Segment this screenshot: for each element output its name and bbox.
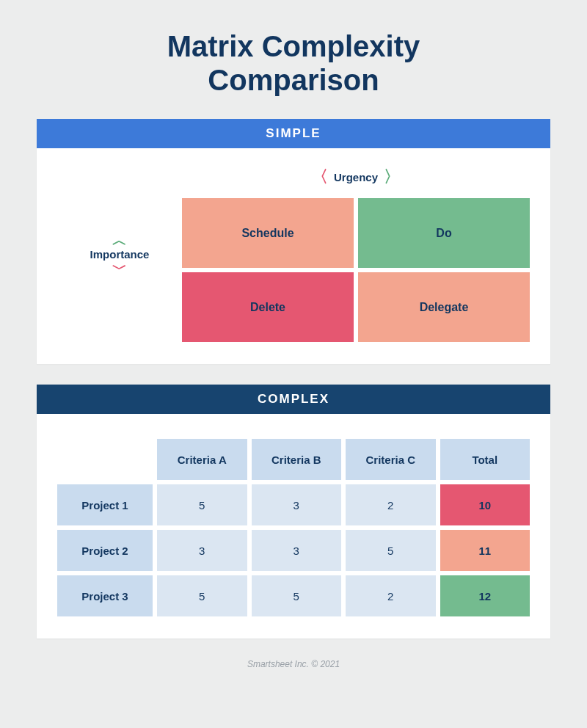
title-line-2: Comparison	[208, 64, 379, 96]
quadrant-delete: Delete	[182, 272, 354, 342]
chevron-down-icon: ﹀	[112, 263, 127, 274]
col-header-a: Criteria A	[157, 439, 247, 480]
complex-header: COMPLEX	[37, 385, 550, 414]
row-header: Project 1	[57, 484, 153, 525]
row-header: Project 3	[57, 575, 153, 616]
data-cell: 3	[252, 484, 342, 525]
chevron-left-icon: 〈	[312, 166, 328, 188]
complex-body: Criteria A Criteria B Criteria C Total P…	[37, 414, 550, 638]
quadrant-schedule: Schedule	[182, 198, 354, 268]
total-cell: 10	[440, 484, 531, 525]
simple-card: SIMPLE ︿ Importance ﹀ 〈 Urgency 〉 Schedu…	[37, 119, 550, 364]
page-title: Matrix Complexity Comparison	[37, 29, 550, 97]
total-cell: 11	[440, 530, 531, 571]
data-cell: 2	[346, 484, 436, 525]
quadrant-grid: Schedule Do Delete Delegate	[182, 198, 530, 342]
simple-header: SIMPLE	[37, 119, 550, 148]
quadrant-do: Do	[358, 198, 530, 268]
simple-body: ︿ Importance ﹀ 〈 Urgency 〉 Schedule Do D…	[37, 148, 550, 364]
urgency-axis: 〈 Urgency 〉	[182, 166, 530, 188]
chevron-right-icon: 〉	[384, 166, 400, 188]
urgency-label: Urgency	[334, 171, 378, 183]
blank-corner	[57, 439, 153, 480]
simple-matrix-area: 〈 Urgency 〉 Schedule Do Delete Delegate	[182, 166, 530, 342]
col-header-b: Criteria B	[252, 439, 342, 480]
data-cell: 2	[346, 575, 436, 616]
complex-grid: Criteria A Criteria B Criteria C Total P…	[57, 439, 530, 616]
quadrant-delegate: Delegate	[358, 272, 530, 342]
data-cell: 5	[157, 484, 247, 525]
data-cell: 3	[157, 530, 247, 571]
importance-label: Importance	[90, 248, 150, 261]
footer-text: Smartsheet Inc. © 2021	[37, 659, 550, 669]
data-cell: 5	[252, 575, 342, 616]
data-cell: 5	[346, 530, 436, 571]
title-line-1: Matrix Complexity	[167, 30, 420, 62]
col-header-c: Criteria C	[346, 439, 436, 480]
complex-card: COMPLEX Criteria A Criteria B Criteria C…	[37, 385, 550, 638]
data-cell: 5	[157, 575, 247, 616]
importance-axis: ︿ Importance ﹀	[57, 235, 182, 274]
data-cell: 3	[252, 530, 342, 571]
total-cell: 12	[440, 575, 531, 616]
col-header-total: Total	[440, 439, 531, 480]
row-header: Project 2	[57, 530, 153, 571]
chevron-up-icon: ︿	[112, 235, 127, 245]
